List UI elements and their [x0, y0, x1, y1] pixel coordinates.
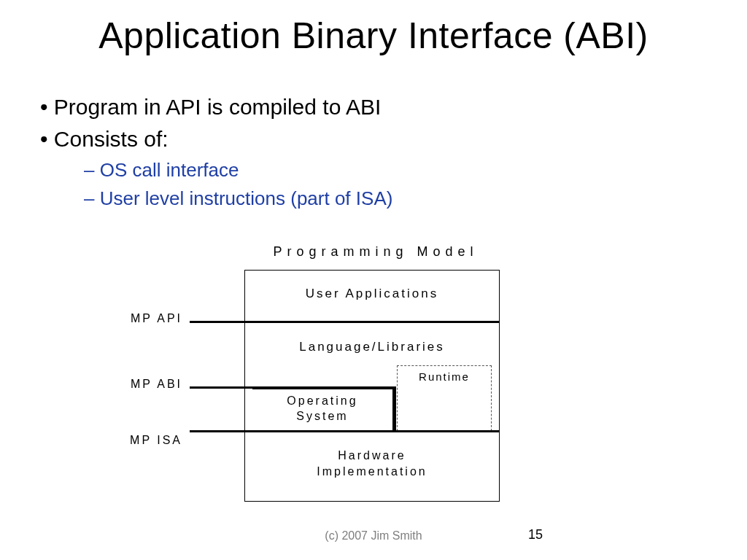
hw-line2: Implementation [317, 465, 427, 478]
abi-interface-line [252, 386, 396, 389]
bullet-item: Program in API is compiled to ABI [40, 95, 718, 120]
layer-language-libraries: Language/Libraries [245, 340, 499, 354]
os-line2: System [296, 410, 348, 422]
api-interface-line [190, 321, 500, 323]
isa-interface-line [244, 430, 500, 432]
stack-box: User Applications Language/Libraries Run… [244, 270, 500, 502]
layer-hardware: Hardware Implementation [245, 448, 499, 481]
label-mp-api: MP API [117, 312, 182, 325]
sub-bullet-item: User level instructions (part of ISA) [84, 187, 718, 210]
slide-title: Application Binary Interface (ABI) [0, 15, 747, 57]
abi-interface-line-stub [190, 386, 252, 389]
layer-user-applications: User Applications [245, 287, 499, 301]
label-mp-isa: MP ISA [117, 434, 182, 447]
layer-runtime: Runtime [397, 365, 492, 431]
page-number: 15 [528, 527, 543, 542]
abi-diagram: Programming Model User Applications Lang… [117, 244, 525, 514]
slide: Application Binary Interface (ABI) Progr… [0, 0, 747, 560]
hw-line1: Hardware [338, 449, 406, 462]
diagram-heading: Programming Model [244, 244, 507, 260]
sub-bullet-item: OS call interface [84, 159, 718, 182]
isa-interface-line-stub [190, 430, 252, 432]
label-mp-abi: MP ABI [117, 378, 182, 391]
layer-operating-system: Operating System [252, 387, 395, 431]
bullet-item: Consists of: [40, 127, 718, 152]
os-line1: Operating [287, 394, 357, 407]
bullet-list: Program in API is compiled to ABI Consis… [40, 95, 718, 210]
abi-step-vertical [394, 386, 396, 430]
footer-copyright: (c) 2007 Jim Smith [0, 529, 747, 542]
